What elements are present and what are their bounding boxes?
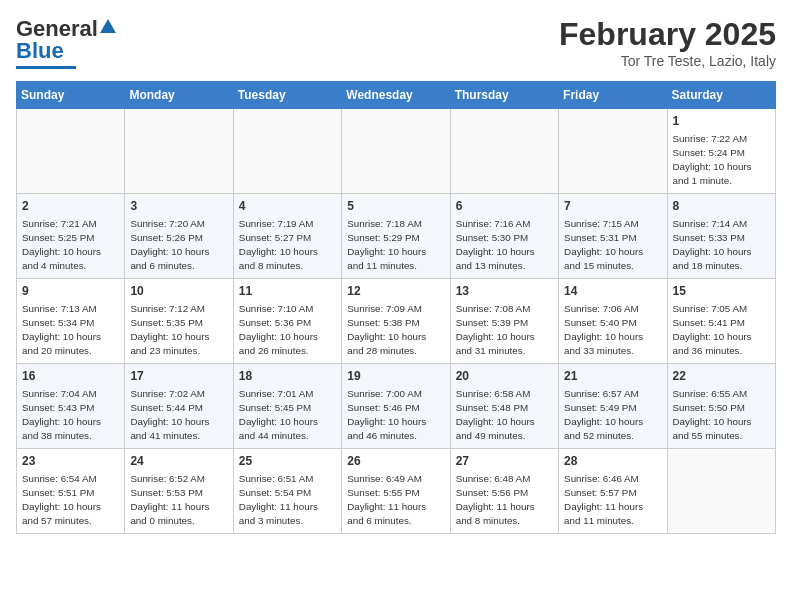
day-info: Sunrise: 6:49 AM Sunset: 5:55 PM Dayligh… <box>347 472 444 529</box>
title-area: February 2025 Tor Tre Teste, Lazio, Ital… <box>559 16 776 69</box>
day-number: 24 <box>130 453 227 470</box>
day-number: 4 <box>239 198 336 215</box>
col-header-saturday: Saturday <box>667 82 775 109</box>
calendar-cell <box>233 109 341 194</box>
day-number: 27 <box>456 453 553 470</box>
logo-blue: Blue <box>16 38 64 64</box>
location-subtitle: Tor Tre Teste, Lazio, Italy <box>559 53 776 69</box>
day-number: 6 <box>456 198 553 215</box>
calendar-cell: 12Sunrise: 7:09 AM Sunset: 5:38 PM Dayli… <box>342 279 450 364</box>
calendar-cell: 8Sunrise: 7:14 AM Sunset: 5:33 PM Daylig… <box>667 194 775 279</box>
calendar-cell: 20Sunrise: 6:58 AM Sunset: 5:48 PM Dayli… <box>450 364 558 449</box>
calendar-cell: 19Sunrise: 7:00 AM Sunset: 5:46 PM Dayli… <box>342 364 450 449</box>
calendar-cell: 4Sunrise: 7:19 AM Sunset: 5:27 PM Daylig… <box>233 194 341 279</box>
day-info: Sunrise: 7:22 AM Sunset: 5:24 PM Dayligh… <box>673 132 770 189</box>
day-number: 14 <box>564 283 661 300</box>
calendar-cell: 22Sunrise: 6:55 AM Sunset: 5:50 PM Dayli… <box>667 364 775 449</box>
day-info: Sunrise: 6:46 AM Sunset: 5:57 PM Dayligh… <box>564 472 661 529</box>
calendar-cell: 28Sunrise: 6:46 AM Sunset: 5:57 PM Dayli… <box>559 449 667 534</box>
logo-triangle-icon <box>99 18 117 40</box>
day-number: 1 <box>673 113 770 130</box>
day-info: Sunrise: 7:01 AM Sunset: 5:45 PM Dayligh… <box>239 387 336 444</box>
day-number: 7 <box>564 198 661 215</box>
calendar-cell: 10Sunrise: 7:12 AM Sunset: 5:35 PM Dayli… <box>125 279 233 364</box>
day-number: 2 <box>22 198 119 215</box>
day-number: 11 <box>239 283 336 300</box>
day-info: Sunrise: 7:02 AM Sunset: 5:44 PM Dayligh… <box>130 387 227 444</box>
calendar-cell <box>559 109 667 194</box>
day-info: Sunrise: 6:51 AM Sunset: 5:54 PM Dayligh… <box>239 472 336 529</box>
day-info: Sunrise: 7:19 AM Sunset: 5:27 PM Dayligh… <box>239 217 336 274</box>
calendar-week-row: 1Sunrise: 7:22 AM Sunset: 5:24 PM Daylig… <box>17 109 776 194</box>
day-info: Sunrise: 7:00 AM Sunset: 5:46 PM Dayligh… <box>347 387 444 444</box>
day-info: Sunrise: 7:21 AM Sunset: 5:25 PM Dayligh… <box>22 217 119 274</box>
calendar-cell: 13Sunrise: 7:08 AM Sunset: 5:39 PM Dayli… <box>450 279 558 364</box>
day-info: Sunrise: 7:08 AM Sunset: 5:39 PM Dayligh… <box>456 302 553 359</box>
col-header-friday: Friday <box>559 82 667 109</box>
day-number: 25 <box>239 453 336 470</box>
day-info: Sunrise: 7:20 AM Sunset: 5:26 PM Dayligh… <box>130 217 227 274</box>
calendar-week-row: 16Sunrise: 7:04 AM Sunset: 5:43 PM Dayli… <box>17 364 776 449</box>
day-number: 18 <box>239 368 336 385</box>
month-title: February 2025 <box>559 16 776 53</box>
day-number: 28 <box>564 453 661 470</box>
day-info: Sunrise: 6:52 AM Sunset: 5:53 PM Dayligh… <box>130 472 227 529</box>
calendar-cell: 21Sunrise: 6:57 AM Sunset: 5:49 PM Dayli… <box>559 364 667 449</box>
day-info: Sunrise: 7:04 AM Sunset: 5:43 PM Dayligh… <box>22 387 119 444</box>
day-number: 12 <box>347 283 444 300</box>
calendar-cell <box>667 449 775 534</box>
calendar-cell <box>342 109 450 194</box>
day-info: Sunrise: 7:06 AM Sunset: 5:40 PM Dayligh… <box>564 302 661 359</box>
day-number: 8 <box>673 198 770 215</box>
calendar-cell: 23Sunrise: 6:54 AM Sunset: 5:51 PM Dayli… <box>17 449 125 534</box>
calendar-week-row: 2Sunrise: 7:21 AM Sunset: 5:25 PM Daylig… <box>17 194 776 279</box>
calendar-cell <box>17 109 125 194</box>
calendar-cell: 14Sunrise: 7:06 AM Sunset: 5:40 PM Dayli… <box>559 279 667 364</box>
calendar-cell: 2Sunrise: 7:21 AM Sunset: 5:25 PM Daylig… <box>17 194 125 279</box>
day-info: Sunrise: 7:15 AM Sunset: 5:31 PM Dayligh… <box>564 217 661 274</box>
day-info: Sunrise: 6:58 AM Sunset: 5:48 PM Dayligh… <box>456 387 553 444</box>
day-number: 26 <box>347 453 444 470</box>
logo-underline <box>16 66 76 69</box>
calendar-cell <box>450 109 558 194</box>
calendar-cell: 5Sunrise: 7:18 AM Sunset: 5:29 PM Daylig… <box>342 194 450 279</box>
day-number: 13 <box>456 283 553 300</box>
day-number: 19 <box>347 368 444 385</box>
day-info: Sunrise: 6:55 AM Sunset: 5:50 PM Dayligh… <box>673 387 770 444</box>
day-info: Sunrise: 7:05 AM Sunset: 5:41 PM Dayligh… <box>673 302 770 359</box>
col-header-tuesday: Tuesday <box>233 82 341 109</box>
day-info: Sunrise: 7:12 AM Sunset: 5:35 PM Dayligh… <box>130 302 227 359</box>
calendar-header-row: SundayMondayTuesdayWednesdayThursdayFrid… <box>17 82 776 109</box>
calendar-week-row: 23Sunrise: 6:54 AM Sunset: 5:51 PM Dayli… <box>17 449 776 534</box>
calendar-cell: 18Sunrise: 7:01 AM Sunset: 5:45 PM Dayli… <box>233 364 341 449</box>
day-number: 5 <box>347 198 444 215</box>
day-number: 16 <box>22 368 119 385</box>
day-info: Sunrise: 6:57 AM Sunset: 5:49 PM Dayligh… <box>564 387 661 444</box>
page-header: General Blue February 2025 Tor Tre Teste… <box>16 16 776 69</box>
calendar-week-row: 9Sunrise: 7:13 AM Sunset: 5:34 PM Daylig… <box>17 279 776 364</box>
day-number: 15 <box>673 283 770 300</box>
day-number: 10 <box>130 283 227 300</box>
day-info: Sunrise: 7:09 AM Sunset: 5:38 PM Dayligh… <box>347 302 444 359</box>
day-info: Sunrise: 6:48 AM Sunset: 5:56 PM Dayligh… <box>456 472 553 529</box>
svg-marker-0 <box>100 19 116 33</box>
calendar-cell: 7Sunrise: 7:15 AM Sunset: 5:31 PM Daylig… <box>559 194 667 279</box>
day-info: Sunrise: 7:14 AM Sunset: 5:33 PM Dayligh… <box>673 217 770 274</box>
calendar-cell: 26Sunrise: 6:49 AM Sunset: 5:55 PM Dayli… <box>342 449 450 534</box>
calendar-cell: 17Sunrise: 7:02 AM Sunset: 5:44 PM Dayli… <box>125 364 233 449</box>
day-info: Sunrise: 7:16 AM Sunset: 5:30 PM Dayligh… <box>456 217 553 274</box>
day-number: 22 <box>673 368 770 385</box>
col-header-thursday: Thursday <box>450 82 558 109</box>
day-info: Sunrise: 7:10 AM Sunset: 5:36 PM Dayligh… <box>239 302 336 359</box>
col-header-monday: Monday <box>125 82 233 109</box>
calendar-cell <box>125 109 233 194</box>
calendar-cell: 16Sunrise: 7:04 AM Sunset: 5:43 PM Dayli… <box>17 364 125 449</box>
calendar-cell: 3Sunrise: 7:20 AM Sunset: 5:26 PM Daylig… <box>125 194 233 279</box>
day-number: 21 <box>564 368 661 385</box>
col-header-sunday: Sunday <box>17 82 125 109</box>
day-number: 20 <box>456 368 553 385</box>
calendar-cell: 27Sunrise: 6:48 AM Sunset: 5:56 PM Dayli… <box>450 449 558 534</box>
calendar-table: SundayMondayTuesdayWednesdayThursdayFrid… <box>16 81 776 534</box>
col-header-wednesday: Wednesday <box>342 82 450 109</box>
calendar-cell: 25Sunrise: 6:51 AM Sunset: 5:54 PM Dayli… <box>233 449 341 534</box>
